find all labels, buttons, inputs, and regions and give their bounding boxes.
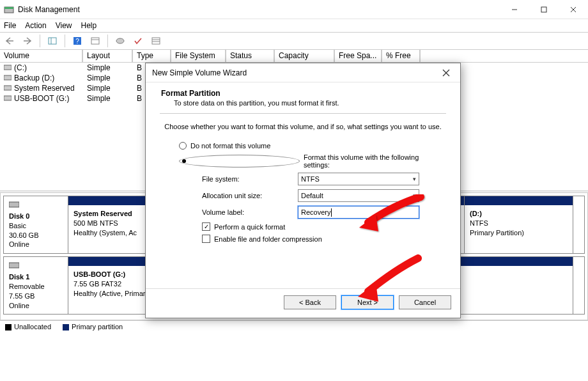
toolbar: ?: [0, 32, 588, 50]
volume-name: USB-BOOT (G:): [14, 94, 69, 103]
minimize-button[interactable]: [500, 0, 529, 19]
radio-format[interactable]: [179, 155, 300, 167]
volume-list-header: Volume Layout Type File System Status Ca…: [0, 50, 588, 63]
allocation-value: Default: [301, 192, 323, 199]
allocation-select[interactable]: Default▾: [298, 189, 419, 202]
radio-noformat[interactable]: [179, 142, 187, 150]
partition-line3: Primary Partition): [470, 228, 568, 238]
new-simple-volume-dialog: New Simple Volume Wizard Format Partitio…: [145, 63, 461, 318]
svg-rect-1: [4, 7, 13, 9]
svg-rect-21: [9, 263, 19, 268]
text-caret: [331, 208, 332, 217]
partition-line2: NTFS: [470, 219, 568, 228]
app-icon: [4, 4, 14, 15]
svg-rect-17: [4, 75, 12, 80]
chevron-down-icon: ▾: [413, 192, 416, 199]
disk-header[interactable]: Disk 1Removable7.55 GBOnline: [3, 256, 68, 315]
volume-name: System Reserved: [14, 84, 75, 93]
dialog-heading: Format Partition: [161, 89, 446, 98]
filesystem-value: NTFS: [301, 175, 320, 183]
disk-name: Disk 0: [9, 212, 29, 220]
volume-layout: Simple: [83, 94, 133, 103]
col-layout[interactable]: Layout: [83, 50, 133, 62]
menu-help[interactable]: Help: [81, 21, 97, 30]
checkbox-quickformat[interactable]: ✓: [202, 222, 210, 231]
dialog-close-button[interactable]: [433, 64, 459, 82]
checkbox-compression[interactable]: [202, 235, 210, 243]
col-pctfree[interactable]: % Free: [382, 50, 421, 62]
forward-icon[interactable]: [20, 34, 35, 48]
menubar: File Action View Help: [0, 19, 588, 32]
menu-action[interactable]: Action: [25, 21, 46, 30]
col-type[interactable]: Type: [133, 50, 171, 62]
titlebar: Disk Management: [0, 0, 588, 19]
volume-layout: Simple: [83, 74, 133, 82]
radio-noformat-label: Do not format this volume: [190, 142, 270, 150]
maximize-button[interactable]: [529, 0, 559, 19]
legend-unallocated: Unallocated: [14, 323, 51, 330]
chevron-down-icon: ▾: [413, 176, 416, 182]
list-icon[interactable]: [149, 34, 163, 48]
legend: Unallocated Primary partition: [0, 320, 588, 332]
volume-layout: Simple: [83, 63, 133, 72]
svg-rect-16: [4, 65, 12, 70]
volume-label-input[interactable]: Recovery: [298, 206, 419, 219]
partition-title: (D:): [470, 209, 568, 219]
disk-kind: Removable: [9, 283, 45, 290]
svg-rect-6: [49, 38, 56, 44]
disk-header[interactable]: Disk 0Basic30.60 GBOnline: [3, 196, 68, 254]
partition[interactable]: (D:)NTFSPrimary Partition): [465, 196, 573, 253]
col-filesystem[interactable]: File System: [171, 50, 226, 62]
dialog-subheading: To store data on this partition, you mus…: [174, 99, 446, 107]
volume-label-value: Recovery: [301, 208, 330, 216]
label-filesystem: File system:: [202, 175, 298, 183]
next-button[interactable]: Next >: [341, 295, 394, 309]
volume-icon: [4, 94, 12, 100]
svg-rect-19: [4, 96, 12, 100]
disk-status: Online: [9, 240, 29, 248]
svg-rect-13: [152, 38, 160, 44]
menu-view[interactable]: View: [56, 21, 72, 30]
svg-rect-3: [541, 7, 546, 12]
disk-size: 7.55 GB: [9, 292, 35, 300]
settings-icon[interactable]: [88, 34, 102, 48]
checkbox-compression-label: Enable file and folder compression: [214, 235, 322, 243]
back-icon[interactable]: [3, 34, 17, 48]
disk-kind: Basic: [9, 222, 26, 229]
col-status[interactable]: Status: [226, 50, 275, 62]
label-allocation: Allocation unit size:: [202, 192, 298, 199]
dialog-title: New Simple Volume Wizard: [152, 68, 433, 77]
window-title: Disk Management: [18, 5, 500, 14]
check-icon[interactable]: [131, 34, 145, 48]
volume-name: Backup (D:): [14, 74, 54, 82]
svg-rect-18: [4, 86, 12, 90]
cancel-button[interactable]: Cancel: [399, 295, 451, 309]
help-icon[interactable]: ?: [70, 34, 84, 48]
back-button[interactable]: < Back: [284, 295, 336, 309]
disk-size: 30.60 GB: [9, 231, 38, 239]
disk-name: Disk 1: [9, 273, 29, 281]
volume-icon: [4, 74, 12, 80]
svg-text:?: ?: [75, 38, 79, 45]
svg-rect-10: [91, 38, 99, 44]
volume-name: (C:): [14, 63, 27, 72]
col-capacity[interactable]: Capacity: [275, 50, 335, 62]
menu-file[interactable]: File: [4, 21, 16, 30]
disk-status: Online: [9, 302, 29, 309]
col-volume[interactable]: Volume: [0, 50, 83, 62]
svg-point-12: [116, 38, 124, 43]
svg-rect-20: [9, 202, 19, 207]
radio-format-label: Format this volume with the following se…: [304, 153, 446, 169]
volume-icon: [4, 84, 12, 90]
filesystem-select[interactable]: NTFS▾: [298, 173, 419, 185]
col-freespace[interactable]: Free Spa...: [335, 50, 382, 62]
legend-primary: Primary partition: [72, 323, 123, 330]
volume-layout: Simple: [83, 84, 133, 93]
disk-icon[interactable]: [113, 34, 127, 48]
layout-icon[interactable]: [45, 34, 59, 48]
label-volumelabel: Volume label:: [202, 208, 298, 216]
checkbox-quickformat-label: Perform a quick format: [214, 223, 285, 231]
close-button[interactable]: [559, 0, 588, 19]
volume-icon: [4, 63, 12, 70]
dialog-instruction: Choose whether you want to format this v…: [160, 123, 446, 130]
